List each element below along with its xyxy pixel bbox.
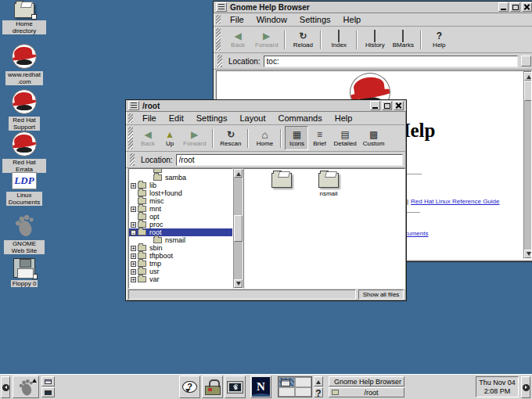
history-button[interactable]: History	[361, 27, 389, 52]
pager-desktop-4[interactable]	[295, 387, 311, 397]
scrollbar-thumb[interactable]	[524, 81, 532, 101]
tree-item[interactable]: +usr	[129, 268, 232, 275]
home-button[interactable]: Home	[252, 126, 277, 150]
task-root-folder[interactable]: /root	[329, 387, 404, 397]
minimize-button[interactable]	[498, 2, 509, 12]
file-icon[interactable]	[261, 173, 302, 190]
tree-item[interactable]	[129, 168, 232, 174]
expander-icon[interactable]	[131, 214, 136, 220]
scroll-down-icon[interactable]	[524, 250, 532, 258]
task-help-browser[interactable]: Gnome Help Browser	[329, 376, 404, 386]
back-button[interactable]: Back	[224, 27, 252, 52]
icons-view-button[interactable]: Icons	[285, 126, 308, 150]
tasklist-question-icon[interactable]	[314, 387, 323, 397]
help-button[interactable]: Help	[425, 27, 453, 52]
menu-help[interactable]: Help	[337, 14, 368, 25]
locbar-grip[interactable]	[130, 153, 135, 166]
tree-item[interactable]: +proc	[129, 221, 232, 228]
expander-icon[interactable]	[146, 168, 152, 173]
menubar-grip[interactable]	[128, 113, 133, 123]
pager-desktop-3[interactable]	[279, 387, 295, 397]
expander-icon[interactable]: +	[131, 222, 136, 228]
tree-item[interactable]: +tftpboot	[129, 252, 232, 260]
tree-item[interactable]: +var	[129, 275, 232, 283]
expander-icon[interactable]	[146, 175, 152, 181]
up-button[interactable]: Up	[160, 126, 180, 150]
expander-icon[interactable]: +	[131, 277, 136, 282]
forward-button[interactable]: Forward	[252, 27, 281, 52]
scroll-up-icon[interactable]	[234, 169, 243, 178]
expander-icon[interactable]: +	[131, 261, 136, 267]
tree-item[interactable]: misc	[129, 197, 232, 205]
help-titlebar[interactable]: Gnome Help Browser	[214, 2, 532, 13]
tree-scrollbar[interactable]	[233, 168, 243, 289]
help-launcher[interactable]	[179, 376, 200, 398]
expander-icon[interactable]	[131, 199, 136, 204]
main-menu-button[interactable]	[13, 376, 39, 398]
tree-item[interactable]: samba	[129, 174, 232, 182]
maximize-button[interactable]	[510, 2, 520, 12]
toolbar-grip[interactable]	[216, 28, 221, 51]
minimize-button[interactable]	[370, 101, 380, 110]
menu-settings[interactable]: Settings	[190, 113, 234, 124]
menu-edit[interactable]: Edit	[163, 113, 190, 124]
maximize-button[interactable]	[382, 101, 392, 110]
forward-button[interactable]: Forward	[180, 126, 209, 150]
panel-hide-right-button[interactable]	[521, 376, 530, 398]
pager-desktop-1[interactable]	[279, 377, 295, 387]
scroll-down-icon[interactable]	[234, 279, 243, 288]
mini-window-button[interactable]	[41, 376, 55, 386]
rescan-button[interactable]: Rescan	[217, 126, 244, 150]
window-menu-icon[interactable]	[128, 101, 139, 110]
mini-screen-button[interactable]	[41, 387, 55, 397]
toolbar-grip[interactable]	[128, 127, 133, 149]
expander-icon[interactable]: +	[131, 246, 136, 251]
custom-view-button[interactable]: Custom	[360, 126, 388, 150]
back-button[interactable]: Back	[136, 126, 160, 150]
panel-hide-left-button[interactable]	[1, 376, 10, 398]
desktop-icon-red-hat-support[interactable]: Red Hat Support	[0, 89, 49, 131]
expander-icon[interactable]: +	[131, 269, 136, 275]
desktop-icon-linux-documents[interactable]: LDP Linux Documents	[0, 172, 49, 206]
menu-settings[interactable]: Settings	[293, 14, 337, 25]
menu-help[interactable]: Help	[329, 113, 359, 124]
bmarks-button[interactable]: BMarks	[389, 27, 417, 52]
close-button[interactable]	[394, 101, 404, 110]
tree-item[interactable]: +sbin	[129, 244, 232, 252]
desktop-icon-red-hat-errata[interactable]: Red Hat Errata	[0, 131, 49, 173]
tree-item[interactable]: nsmail	[129, 236, 232, 244]
pager-applet[interactable]	[278, 376, 312, 397]
tree-item[interactable]: +mnt	[129, 205, 232, 213]
menu-commands[interactable]: Commands	[271, 113, 328, 124]
menu-window[interactable]: Window	[250, 14, 293, 25]
menu-layout[interactable]: Layout	[233, 113, 271, 124]
tree-item[interactable]: lost+found	[129, 189, 232, 197]
reload-button[interactable]: Reload	[289, 27, 317, 52]
help-scrollbar[interactable]	[523, 71, 532, 259]
desktop-icon-home-directory[interactable]: Home directory	[0, 3, 49, 34]
scroll-up-icon[interactable]	[524, 72, 532, 81]
expander-icon[interactable]	[131, 191, 136, 196]
menubar-grip[interactable]	[216, 15, 221, 24]
tree-item-selected[interactable]: -root	[129, 228, 232, 236]
expander-icon[interactable]: +	[131, 207, 136, 212]
expander-icon[interactable]: +	[131, 183, 136, 189]
menu-file[interactable]: File	[224, 14, 250, 25]
tree-item[interactable]: opt	[129, 213, 232, 221]
desktop-icon-gnome-web-site[interactable]: GNOME Web Site	[0, 213, 49, 254]
expander-icon[interactable]: +	[131, 253, 136, 259]
location-input[interactable]	[264, 56, 518, 67]
reference-guide-link[interactable]: Red Hat Linux Reference Guide	[411, 198, 499, 205]
desktop-icon-floppy-0[interactable]: Floppy 0	[0, 258, 49, 287]
tree-item[interactable]: +tmp	[129, 260, 232, 268]
menu-file[interactable]: File	[136, 113, 163, 124]
netscape-launcher[interactable]	[250, 376, 271, 398]
brief-view-button[interactable]: Brief	[308, 126, 330, 150]
fm-titlebar[interactable]: /root	[126, 100, 406, 112]
tasklist-up-icon[interactable]	[314, 376, 323, 386]
location-input[interactable]	[176, 154, 403, 166]
expander-icon[interactable]: -	[131, 230, 136, 235]
pager-desktop-2[interactable]	[295, 377, 311, 387]
close-button[interactable]	[522, 2, 532, 12]
scrollbar-thumb[interactable]	[234, 215, 243, 242]
